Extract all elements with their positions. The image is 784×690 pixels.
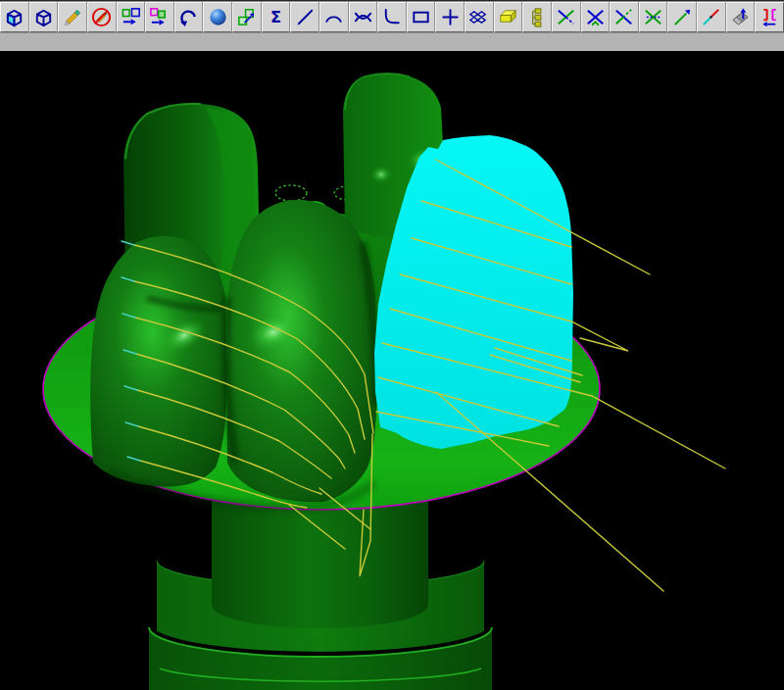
- trim-two-entities-button[interactable]: [581, 2, 611, 32]
- sketch-disable-button[interactable]: [87, 2, 117, 32]
- trim-divide-button[interactable]: [610, 2, 639, 32]
- graphics-viewport[interactable]: [0, 51, 784, 690]
- cubes-arrow-icon: [235, 6, 258, 28]
- diamond-mesh-icon: [467, 6, 490, 28]
- transform-solids-button[interactable]: [232, 2, 262, 32]
- mixed-x-dashed-icon: [612, 6, 635, 28]
- operations-manager-button[interactable]: [522, 2, 552, 32]
- blue-x-icon: [584, 6, 607, 28]
- undo-button[interactable]: [174, 2, 204, 32]
- break-at-intersection-button[interactable]: [639, 2, 668, 32]
- sketch-pencil-button[interactable]: [58, 2, 87, 32]
- offset-surface-button[interactable]: [726, 2, 756, 32]
- crossing-curves-icon: [352, 6, 374, 28]
- copy-entities-button[interactable]: [117, 2, 146, 32]
- yellow-box-icon: [497, 6, 519, 28]
- undo-arrow-icon: [177, 6, 200, 28]
- analysis-sigma-button[interactable]: Σ: [262, 2, 291, 32]
- wireframe-cube-icon: [32, 6, 55, 28]
- blue-sphere-icon: [207, 6, 229, 28]
- offset-surface-arrow-icon: [729, 6, 752, 28]
- measure-line-button[interactable]: [697, 2, 726, 32]
- plus-icon: [439, 6, 462, 28]
- trim-x-dashed-icon: [555, 6, 577, 28]
- trim-one-entity-button[interactable]: [552, 2, 581, 32]
- sigma-glyph: Σ: [270, 8, 281, 26]
- shaded-cube-icon: [3, 6, 25, 28]
- create-surface-patch-button[interactable]: [465, 2, 494, 32]
- dome-front-left: [90, 236, 227, 487]
- fillet-curve-icon: [380, 6, 403, 28]
- line-icon: [294, 6, 317, 28]
- create-line-button[interactable]: [290, 2, 319, 32]
- viewport-canvas[interactable]: [0, 51, 784, 690]
- toolbar-lower-strip: [0, 32, 784, 51]
- arc-icon: [322, 6, 345, 28]
- render-shaded-button[interactable]: [203, 2, 232, 32]
- red-cyan-line-icon: [700, 6, 722, 28]
- pencil-icon: [62, 6, 84, 28]
- break-entities-button[interactable]: [755, 2, 784, 32]
- copy-squares-arrow-icon: [120, 6, 142, 28]
- create-solid-box-button[interactable]: [494, 2, 523, 32]
- create-point-button[interactable]: [435, 2, 465, 32]
- sigma-icon: Σ: [265, 6, 287, 28]
- create-rectangle-button[interactable]: [407, 2, 436, 32]
- main-toolbar: Σ: [0, 0, 784, 32]
- pencil-prohibited-icon: [90, 6, 113, 28]
- paste-entities-button[interactable]: [145, 2, 174, 32]
- paste-squares-arrow-icon: [148, 6, 171, 28]
- create-fillet-button[interactable]: [377, 2, 407, 32]
- create-arc-button[interactable]: [319, 2, 349, 32]
- green-x-ticks-icon: [642, 6, 664, 28]
- create-vector-button[interactable]: [667, 2, 697, 32]
- tree-levels-icon: [526, 6, 549, 28]
- shaded-cube-view-button[interactable]: [0, 2, 29, 32]
- brackets-arrow-icon: [759, 6, 781, 28]
- shaft-cylinders: [149, 482, 492, 690]
- wireframe-cube-view-button[interactable]: [29, 2, 59, 32]
- trim-curves-button[interactable]: [349, 2, 378, 32]
- green-arrow-icon: [671, 6, 694, 28]
- rectangle-icon: [410, 6, 432, 28]
